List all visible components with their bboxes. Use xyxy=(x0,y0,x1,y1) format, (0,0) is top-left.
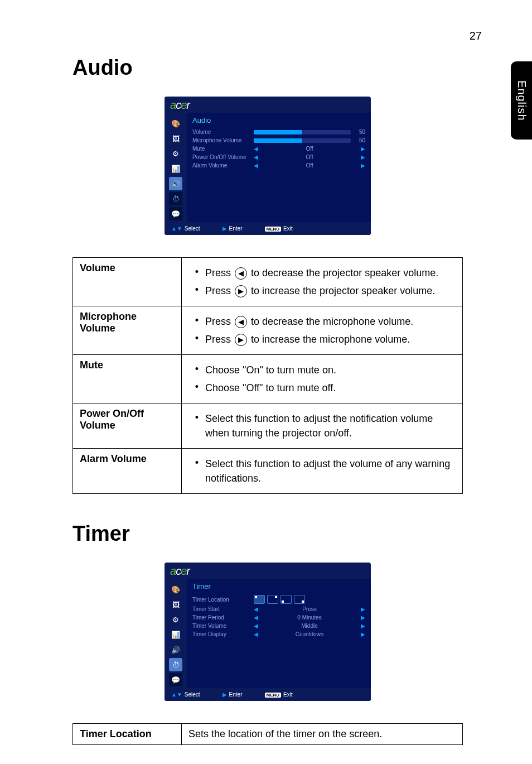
timer-icon: ⏱ xyxy=(169,658,182,671)
arrow-right-icon: ▶ xyxy=(235,334,247,346)
arrow-right-icon: ▶ xyxy=(235,285,247,297)
osd-footer: ▲▼Select ▶Enter MENUExit xyxy=(165,688,371,701)
location-topleft-icon xyxy=(254,595,265,604)
osd-row-volume: Volume 50 xyxy=(192,128,365,136)
timer-osd-window: acer 🎨 🖼 ⚙ 📊 🔊 ⏱ 💬 Timer Timer Location xyxy=(165,563,371,701)
setting-desc: •Select this function to adjust the noti… xyxy=(182,403,463,449)
table-row: Alarm Volume •Select this function to ad… xyxy=(73,449,463,494)
bullet-icon: • xyxy=(188,284,205,296)
setting-desc: Sets the location of the timer on the sc… xyxy=(182,724,463,745)
arrow-left-icon: ◀ xyxy=(254,162,258,169)
setting-desc: •Choose "On" to turn mute on. •Choose "O… xyxy=(182,355,463,403)
acer-logo: acer xyxy=(170,565,190,577)
setting-name: Alarm Volume xyxy=(73,449,182,494)
management-icon: 📊 xyxy=(169,162,182,175)
audio-icon: 🔊 xyxy=(169,643,182,656)
bullet-icon: • xyxy=(188,266,205,278)
timer-heading: Timer xyxy=(72,522,463,546)
arrow-right-icon: ▶ xyxy=(223,225,227,232)
arrow-updown-icon: ▲▼ xyxy=(171,225,182,232)
language-icon: 💬 xyxy=(169,207,182,220)
audio-osd-window: acer 🎨 🖼 ⚙ 📊 🔊 ⏱ 💬 Audio Volume 50 xyxy=(165,97,371,235)
setting-name: Mute xyxy=(73,355,182,403)
language-tab: English xyxy=(511,61,532,140)
arrow-right-icon: ▶ xyxy=(361,631,365,637)
arrow-right-icon: ▶ xyxy=(361,623,365,629)
language-icon: 💬 xyxy=(169,673,182,686)
bullet-icon: • xyxy=(188,314,205,326)
arrow-left-icon: ◀ xyxy=(254,606,258,612)
audio-icon: 🔊 xyxy=(169,177,182,190)
arrow-left-icon: ◀ xyxy=(254,614,258,621)
arrow-left-icon: ◀ xyxy=(254,623,258,629)
arrow-left-icon: ◀ xyxy=(254,154,258,160)
osd-row-alarm: Alarm Volume ◀ Off ▶ xyxy=(192,161,365,170)
image-icon: 🖼 xyxy=(169,598,182,611)
arrow-left-icon: ◀ xyxy=(254,631,258,637)
osd-header: acer xyxy=(165,563,371,579)
osd-row-period: Timer Period ◀ 0 Minutes ▶ xyxy=(192,613,365,622)
osd-title: Audio xyxy=(192,116,365,124)
arrow-right-icon: ▶ xyxy=(361,146,365,152)
table-row: Microphone Volume •Press ◀ to decrease t… xyxy=(73,306,463,355)
page-number: 27 xyxy=(470,30,482,42)
osd-footer: ▲▼Select ▶Enter MENUExit xyxy=(165,222,371,235)
color-icon: 🎨 xyxy=(169,117,182,130)
osd-row-power: Power On/Off Volume ◀ Off ▶ xyxy=(192,153,365,161)
arrow-left-icon: ◀ xyxy=(235,316,247,328)
arrow-right-icon: ▶ xyxy=(361,606,365,612)
osd-row-mute: Mute ◀ Off ▶ xyxy=(192,145,365,153)
bullet-icon: • xyxy=(188,411,205,424)
table-row: Power On/Off Volume •Select this functio… xyxy=(73,403,463,449)
osd-row-tvolume: Timer Volume ◀ Middle ▶ xyxy=(192,622,365,630)
arrow-right-icon: ▶ xyxy=(361,154,365,160)
settings-icon: ⚙ xyxy=(169,147,182,160)
osd-sidebar: 🎨 🖼 ⚙ 📊 🔊 ⏱ 💬 xyxy=(165,579,187,688)
image-icon: 🖼 xyxy=(169,132,182,145)
timer-settings-table: Timer Location Sets the location of the … xyxy=(72,723,463,745)
setting-name: Power On/Off Volume xyxy=(73,403,182,449)
setting-desc: •Press ◀ to decrease the microphone volu… xyxy=(182,306,463,355)
bullet-icon: • xyxy=(188,457,205,469)
mic-slider xyxy=(254,138,351,143)
arrow-left-icon: ◀ xyxy=(254,146,258,152)
acer-logo: acer xyxy=(170,99,190,111)
location-icons xyxy=(254,595,305,604)
setting-name: Timer Location xyxy=(73,724,182,745)
location-bottomright-icon xyxy=(294,595,305,604)
arrow-right-icon: ▶ xyxy=(361,614,365,621)
setting-desc: •Select this function to adjust the volu… xyxy=(182,449,463,494)
location-bottomleft-icon xyxy=(280,595,292,604)
audio-settings-table: Volume •Press ◀ to decrease the projecto… xyxy=(72,257,463,494)
bullet-icon: • xyxy=(188,363,205,375)
osd-sidebar: 🎨 🖼 ⚙ 📊 🔊 ⏱ 💬 xyxy=(165,113,187,222)
language-tab-label: English xyxy=(515,80,528,121)
arrow-updown-icon: ▲▼ xyxy=(171,691,182,698)
arrow-right-icon: ▶ xyxy=(223,691,227,698)
bullet-icon: • xyxy=(188,381,205,393)
audio-heading: Audio xyxy=(72,56,463,80)
table-row: Mute •Choose "On" to turn mute on. •Choo… xyxy=(73,355,463,403)
arrow-right-icon: ▶ xyxy=(361,162,365,169)
osd-title: Timer xyxy=(192,582,365,590)
osd-row-start: Timer Start ◀ Press ▶ xyxy=(192,605,365,613)
table-row: Timer Location Sets the location of the … xyxy=(73,724,463,745)
menu-badge: MENU xyxy=(265,693,282,698)
location-topright-icon xyxy=(267,595,278,604)
menu-badge: MENU xyxy=(265,227,282,232)
volume-slider xyxy=(254,130,351,134)
table-row: Volume •Press ◀ to decrease the projecto… xyxy=(73,258,463,306)
setting-desc: •Press ◀ to decrease the projector speak… xyxy=(182,258,463,306)
osd-row-mic: Microphone Volume 50 xyxy=(192,136,365,145)
arrow-left-icon: ◀ xyxy=(235,267,247,280)
osd-header: acer xyxy=(165,97,371,113)
setting-name: Microphone Volume xyxy=(73,306,182,355)
osd-row-display: Timer Display ◀ Countdown ▶ xyxy=(192,630,365,638)
settings-icon: ⚙ xyxy=(169,613,182,626)
bullet-icon: • xyxy=(188,332,205,344)
management-icon: 📊 xyxy=(169,628,182,641)
setting-name: Volume xyxy=(73,258,182,306)
color-icon: 🎨 xyxy=(169,583,182,596)
osd-row-location: Timer Location xyxy=(192,594,365,605)
osd-main-panel: Timer Timer Location Timer Start ◀ Press… xyxy=(187,579,371,688)
